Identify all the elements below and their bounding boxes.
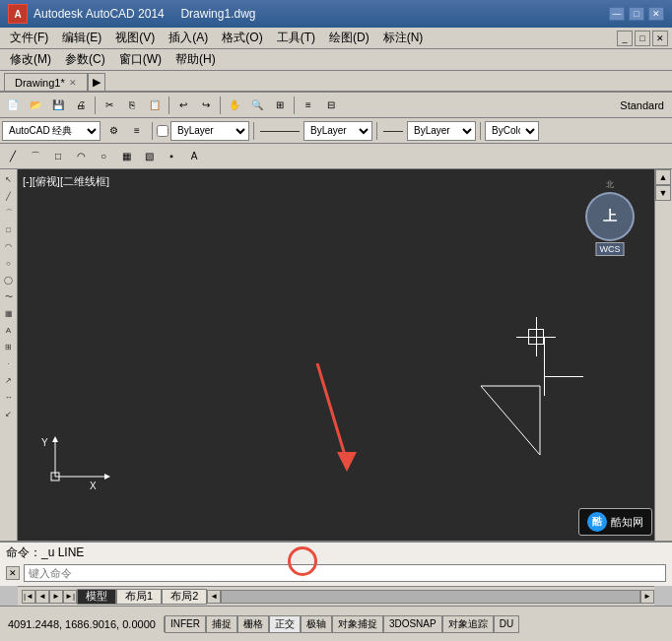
minimize-button[interactable]: — [609, 7, 625, 21]
tb-draw-arc[interactable]: ◠ [70, 146, 92, 167]
tb-open[interactable]: 📂 [25, 95, 46, 116]
model-tab-layout1[interactable]: 布局1 [116, 589, 162, 605]
lt-insert[interactable]: ⊞ [1, 339, 17, 354]
model-nav-last[interactable]: ►| [63, 590, 77, 604]
maximize-button[interactable]: □ [629, 7, 644, 21]
tb-cut[interactable]: ✂ [99, 95, 120, 116]
tb-draw-text[interactable]: A [183, 146, 205, 167]
lt-ellipse[interactable]: ◯ [1, 272, 17, 288]
tab-new-button[interactable]: ▶ [88, 73, 105, 91]
lt-hatch[interactable]: ▦ [1, 305, 17, 321]
model-nav-prev[interactable]: ◄ [35, 590, 49, 604]
menu-file[interactable]: 文件(F) [4, 28, 54, 48]
command-close-btn[interactable]: ✕ [6, 566, 20, 580]
lt-pline[interactable]: ⌒ [1, 205, 17, 221]
viewcube[interactable]: 北 上 南 WCS [580, 179, 639, 238]
lt-xref[interactable]: ↗ [1, 372, 17, 388]
color-select[interactable]: ByColor [485, 121, 539, 141]
menu-format[interactable]: 格式(O) [216, 28, 268, 48]
layer-select[interactable]: ByLayer [170, 121, 249, 141]
menu-close-btn[interactable]: ✕ [652, 31, 668, 46]
menu-params[interactable]: 参数(C) [59, 49, 111, 70]
scroll-down-btn[interactable]: ▼ [655, 185, 671, 201]
menu-dimension[interactable]: 标注(N) [377, 28, 430, 48]
tab-drawing1-close[interactable]: ✕ [69, 78, 77, 88]
status-polar[interactable]: 极轴 [301, 615, 332, 633]
menu-restore-btn[interactable]: □ [635, 31, 650, 46]
tb-match[interactable]: ⊟ [320, 95, 342, 116]
menu-modify[interactable]: 修改(M) [4, 49, 57, 70]
status-du[interactable]: DU [494, 615, 519, 633]
tb-copy[interactable]: ⎘ [121, 95, 143, 116]
red-arrow-annotation [298, 363, 376, 481]
viewcube-face[interactable]: 上 [585, 192, 635, 241]
status-3dosnap[interactable]: 3DOSNAP [383, 615, 442, 633]
status-grid[interactable]: 栅格 [237, 615, 269, 633]
menu-minimize-btn[interactable]: _ [617, 31, 633, 46]
status-infer[interactable]: INFER [165, 615, 206, 633]
lt-dim[interactable]: ↔ [1, 389, 17, 405]
menu-help[interactable]: 帮助(H) [169, 49, 222, 70]
lt-pick[interactable]: ↖ [1, 171, 17, 187]
canvas-area[interactable]: [-][俯视][二维线框] 北 上 南 WCS X Y [18, 169, 654, 541]
bylayer-checkbox[interactable] [157, 125, 168, 137]
drawing-line [481, 386, 540, 455]
menu-edit[interactable]: 编辑(E) [56, 28, 107, 48]
command-input-field[interactable] [24, 564, 666, 582]
menu-window[interactable]: 窗口(W) [113, 49, 168, 70]
tb-draw-circle[interactable]: ○ [93, 146, 114, 167]
tb-zoom-ext[interactable]: ⊞ [269, 95, 291, 116]
lt-rect[interactable]: □ [1, 222, 17, 237]
tb-redo[interactable]: ↪ [195, 95, 217, 116]
workspace-select[interactable]: AutoCAD 经典 [2, 121, 101, 141]
hscroll-left-btn[interactable]: ◄ [207, 590, 221, 604]
status-otrack[interactable]: 对象追踪 [442, 615, 494, 633]
model-tab-model[interactable]: 模型 [77, 589, 116, 605]
tb-zoom[interactable]: 🔍 [246, 95, 268, 116]
layer-manager[interactable]: ≡ [126, 120, 148, 142]
menu-insert[interactable]: 插入(A) [163, 28, 214, 48]
tb-paste[interactable]: 📋 [144, 95, 166, 116]
linetype-select[interactable]: ByLayer [303, 121, 372, 141]
tb-draw-pline[interactable]: ⌒ [25, 146, 46, 167]
model-tab-layout2[interactable]: 布局2 [162, 589, 207, 605]
lt-circle[interactable]: ○ [1, 255, 17, 271]
lt-arc[interactable]: ◠ [1, 238, 17, 254]
lineweight-select[interactable]: ByLayer [407, 121, 476, 141]
menu-view[interactable]: 视图(V) [109, 28, 161, 48]
tb-draw-rect[interactable]: □ [47, 146, 69, 167]
tb-draw-hatch[interactable]: ▦ [115, 146, 137, 167]
workspace-settings[interactable]: ⚙ [102, 120, 124, 142]
scroll-up-btn[interactable]: ▲ [655, 169, 671, 185]
tb-save[interactable]: 💾 [47, 95, 69, 116]
hscroll-right-btn[interactable]: ► [640, 590, 654, 604]
status-ortho[interactable]: 正交 [269, 615, 301, 633]
lt-point[interactable]: · [1, 355, 17, 371]
menu-tools[interactable]: 工具(T) [271, 28, 321, 48]
hscroll-track[interactable] [221, 590, 640, 604]
lt-text[interactable]: A [1, 322, 17, 338]
y-label: Y [41, 437, 48, 448]
tb-pan[interactable]: ✋ [224, 95, 245, 116]
tb-draw-region[interactable]: ▪ [161, 146, 182, 167]
menu-draw[interactable]: 绘图(D) [323, 28, 375, 48]
tb-new[interactable]: 📄 [2, 95, 24, 116]
tab-drawing1[interactable]: Drawing1* ✕ [4, 73, 88, 91]
lt-leader[interactable]: ↙ [1, 406, 17, 421]
tb-draw-line[interactable]: ╱ [2, 146, 24, 167]
tb-draw-gradient[interactable]: ▧ [138, 146, 160, 167]
status-snap[interactable]: 捕捉 [206, 615, 237, 633]
tb-plot[interactable]: 🖨 [70, 95, 92, 116]
watermark-logo: 酷 [587, 512, 607, 532]
close-button[interactable]: ✕ [648, 7, 664, 21]
status-osnap[interactable]: 对象捕捉 [332, 615, 383, 633]
lt-spline[interactable]: 〜 [1, 288, 17, 304]
tb-undo[interactable]: ↩ [172, 95, 194, 116]
scrollbar-vertical[interactable]: ▲ ▼ [654, 169, 672, 541]
watermark: 酷 酷知网 [578, 508, 652, 536]
model-nav-first[interactable]: |◄ [22, 590, 35, 604]
lt-line[interactable]: ╱ [1, 188, 17, 204]
tb-properties[interactable]: ≡ [298, 95, 319, 116]
sep3 [220, 96, 221, 114]
model-nav-next[interactable]: ► [49, 590, 63, 604]
